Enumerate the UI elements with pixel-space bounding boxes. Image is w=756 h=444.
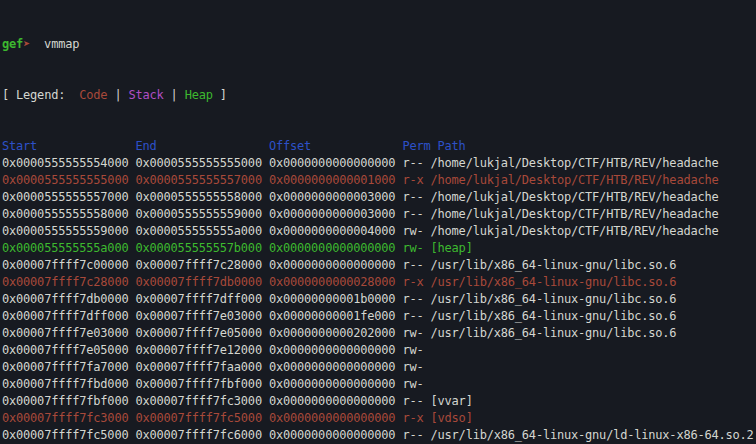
offset: 0x0000000000004000 bbox=[269, 224, 402, 238]
perm: r-- bbox=[402, 428, 430, 442]
vmmap-row: 0x00007ffff7fbd000 0x00007ffff7fbf000 0x… bbox=[2, 376, 756, 393]
perm: r-- bbox=[402, 207, 430, 221]
offset: 0x00000000001fe000 bbox=[269, 309, 402, 323]
offset: 0x0000000000003000 bbox=[269, 207, 402, 221]
start-address: 0x000055555555a000 bbox=[2, 241, 135, 255]
perm: rw- bbox=[402, 326, 430, 340]
vmmap-row: 0x00007ffff7e05000 0x00007ffff7e12000 0x… bbox=[2, 342, 756, 359]
end-address: 0x00007ffff7c28000 bbox=[135, 258, 268, 272]
start-address: 0x00007ffff7fc5000 bbox=[2, 428, 135, 442]
vmmap-row: 0x00007ffff7c28000 0x00007ffff7db0000 0x… bbox=[2, 274, 756, 291]
end-address: 0x00007ffff7e03000 bbox=[135, 309, 268, 323]
start-address: 0x00007ffff7c00000 bbox=[2, 258, 135, 272]
legend-close: ] bbox=[213, 88, 227, 102]
perm: r-- bbox=[402, 309, 430, 323]
perm: rw- bbox=[402, 224, 430, 238]
end-address: 0x00007ffff7fc5000 bbox=[135, 411, 268, 425]
offset: 0x0000000000000000 bbox=[269, 411, 402, 425]
offset: 0x0000000000001000 bbox=[269, 173, 402, 187]
path: /home/lukjal/Desktop/CTF/HTB/REV/headach… bbox=[431, 224, 719, 238]
legend-stack-label: Stack bbox=[128, 88, 163, 102]
vmmap-row: 0x0000555555559000 0x000055555555a000 0x… bbox=[2, 223, 756, 240]
end-address: 0x000055555557b000 bbox=[135, 241, 268, 255]
start-address: 0x00007ffff7dff000 bbox=[2, 309, 135, 323]
path: /home/lukjal/Desktop/CTF/HTB/REV/headach… bbox=[431, 156, 719, 170]
vmmap-row: 0x0000555555558000 0x0000555555559000 0x… bbox=[2, 206, 756, 223]
perm: r-- bbox=[402, 292, 430, 306]
path: /usr/lib/x86_64-linux-gnu/libc.so.6 bbox=[431, 309, 677, 323]
offset: 0x0000000000000000 bbox=[269, 377, 402, 391]
end-address: 0x00007ffff7e05000 bbox=[135, 326, 268, 340]
vmmap-row: 0x00007ffff7fa7000 0x00007ffff7faa000 0x… bbox=[2, 359, 756, 376]
start-address: 0x00007ffff7e05000 bbox=[2, 343, 135, 357]
path: /usr/lib/x86_64-linux-gnu/libc.so.6 bbox=[431, 292, 677, 306]
vmmap-table: Start End Offset Perm Path0x000055555555… bbox=[2, 138, 756, 444]
offset: 0x0000000000000000 bbox=[269, 156, 402, 170]
path: /usr/lib/x86_64-linux-gnu/libc.so.6 bbox=[431, 258, 677, 272]
path: [vdso] bbox=[431, 411, 473, 425]
offset: 0x0000000000000000 bbox=[269, 428, 402, 442]
offset: 0x00000000001b0000 bbox=[269, 292, 402, 306]
perm: r-x bbox=[402, 411, 430, 425]
offset: 0x0000000000000000 bbox=[269, 394, 402, 408]
end-address: 0x00007ffff7fbf000 bbox=[135, 377, 268, 391]
path: /usr/lib/x86_64-linux-gnu/libc.so.6 bbox=[431, 275, 677, 289]
perm: rw- bbox=[402, 377, 430, 391]
offset: 0x0000000000003000 bbox=[269, 190, 402, 204]
offset: 0x0000000000000000 bbox=[269, 360, 402, 374]
path: /home/lukjal/Desktop/CTF/HTB/REV/headach… bbox=[431, 190, 719, 204]
end-address: 0x00007ffff7fc6000 bbox=[135, 428, 268, 442]
legend-code-label: Code bbox=[79, 88, 107, 102]
start-address: 0x00007ffff7fa7000 bbox=[2, 360, 135, 374]
terminal: gef➤vmmap [ Legend: Code | Stack | Heap … bbox=[0, 0, 756, 444]
end-address: 0x00007ffff7db0000 bbox=[135, 275, 268, 289]
vmmap-row: 0x00007ffff7fc5000 0x00007ffff7fc6000 0x… bbox=[2, 427, 756, 444]
offset: 0x0000000000000000 bbox=[269, 241, 402, 255]
start-address: 0x00007ffff7db0000 bbox=[2, 292, 135, 306]
start-address: 0x0000555555555000 bbox=[2, 173, 135, 187]
vmmap-row: 0x00007ffff7e03000 0x00007ffff7e05000 0x… bbox=[2, 325, 756, 342]
offset: 0x0000000000000000 bbox=[269, 258, 402, 272]
gef-prompt-label: gef bbox=[2, 37, 23, 51]
offset: 0x0000000000028000 bbox=[269, 275, 402, 289]
path: /usr/lib/x86_64-linux-gnu/ld-linux-x86-6… bbox=[431, 428, 754, 442]
perm: r-x bbox=[402, 173, 430, 187]
vmmap-row: 0x0000555555555000 0x0000555555557000 0x… bbox=[2, 172, 756, 189]
start-address: 0x00007ffff7fbd000 bbox=[2, 377, 135, 391]
legend-heap-label: Heap bbox=[185, 88, 213, 102]
vmmap-row: 0x0000555555557000 0x0000555555558000 0x… bbox=[2, 189, 756, 206]
command-text[interactable]: vmmap bbox=[44, 37, 79, 51]
offset: 0x0000000000000000 bbox=[269, 343, 402, 357]
perm: r-- bbox=[402, 394, 430, 408]
legend-open: [ Legend: bbox=[2, 88, 79, 102]
vmmap-row: 0x0000555555554000 0x0000555555555000 0x… bbox=[2, 155, 756, 172]
perm: r-- bbox=[402, 156, 430, 170]
vmmap-row: 0x000055555555a000 0x000055555557b000 0x… bbox=[2, 240, 756, 257]
perm: rw- bbox=[402, 343, 430, 357]
end-address: 0x0000555555555000 bbox=[135, 156, 268, 170]
start-address: 0x0000555555559000 bbox=[2, 224, 135, 238]
end-address: 0x00007ffff7fc3000 bbox=[135, 394, 268, 408]
end-address: 0x0000555555557000 bbox=[135, 173, 268, 187]
perm: r-x bbox=[402, 275, 430, 289]
path: /home/lukjal/Desktop/CTF/HTB/REV/headach… bbox=[431, 207, 719, 221]
start-address: 0x00007ffff7e03000 bbox=[2, 326, 135, 340]
start-address: 0x00007ffff7fc3000 bbox=[2, 411, 135, 425]
legend-separator: | bbox=[164, 88, 185, 102]
path: /home/lukjal/Desktop/CTF/HTB/REV/headach… bbox=[431, 173, 719, 187]
start-address: 0x0000555555554000 bbox=[2, 156, 135, 170]
start-address: 0x00007ffff7c28000 bbox=[2, 275, 135, 289]
start-address: 0x0000555555558000 bbox=[2, 207, 135, 221]
start-address: 0x0000555555557000 bbox=[2, 190, 135, 204]
perm: rw- bbox=[402, 241, 430, 255]
legend-line: [ Legend: Code | Stack | Heap ] bbox=[2, 87, 756, 104]
vmmap-row: 0x00007ffff7fc3000 0x00007ffff7fc5000 0x… bbox=[2, 410, 756, 427]
path: [heap] bbox=[431, 241, 473, 255]
perm: r-- bbox=[402, 258, 430, 272]
path: /usr/lib/x86_64-linux-gnu/libc.so.6 bbox=[431, 326, 677, 340]
table-header: Start End Offset Perm Path bbox=[2, 138, 756, 155]
end-address: 0x000055555555a000 bbox=[135, 224, 268, 238]
path: [vvar] bbox=[431, 394, 473, 408]
end-address: 0x0000555555558000 bbox=[135, 190, 268, 204]
vmmap-row: 0x00007ffff7dff000 0x00007ffff7e03000 0x… bbox=[2, 308, 756, 325]
